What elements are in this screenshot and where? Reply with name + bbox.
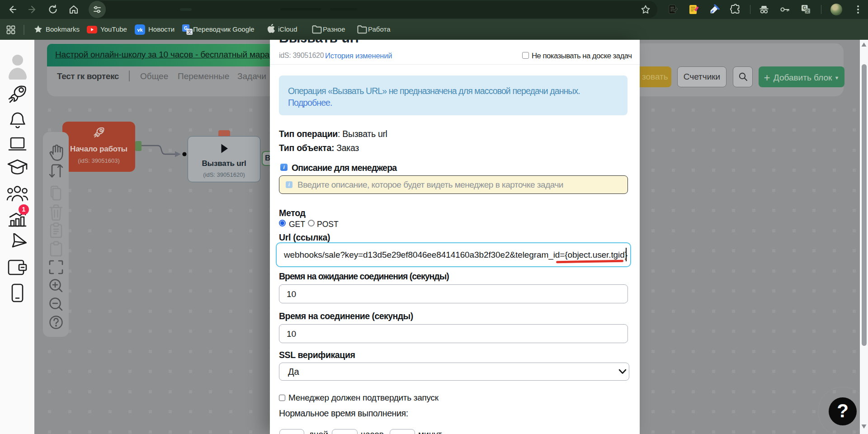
svg-text:文: 文: [806, 9, 810, 14]
svg-text:vk: vk: [137, 27, 143, 33]
svg-text:文: 文: [187, 29, 192, 34]
